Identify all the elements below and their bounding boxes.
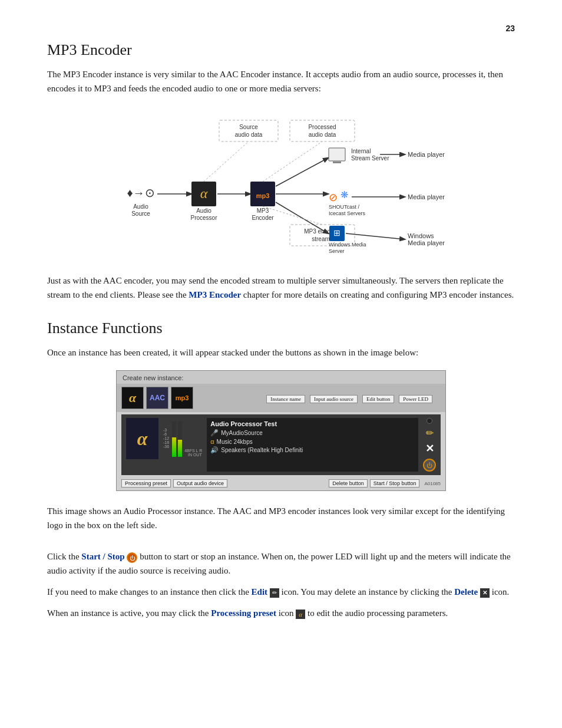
- edit-link[interactable]: Edit: [252, 587, 268, 597]
- svg-text:Audio: Audio: [133, 203, 148, 210]
- svg-text:Stream Server: Stream Server: [351, 155, 389, 162]
- create-new-instance-bar: Create new instance:: [117, 371, 445, 384]
- instance-power-button[interactable]: ⏻: [423, 459, 436, 472]
- svg-text:Internal: Internal: [351, 148, 371, 154]
- aac-icon-box: AAC: [146, 387, 168, 409]
- mp3-encoder-heading: MP3 Encoder: [47, 41, 515, 59]
- instance-actions-right: ✏ ✕ ⏻: [423, 418, 436, 472]
- delete-icon-inline: ✕: [480, 588, 490, 598]
- svg-line-44: [204, 141, 249, 182]
- instance-icons-row: α AAC mp3 Instance name Input audio sour…: [117, 384, 445, 412]
- svg-text:Media player: Media player: [408, 193, 445, 200]
- mp3-encoder-intro: The MP3 Encoder instance is very similar…: [47, 67, 515, 95]
- svg-line-24: [276, 202, 328, 233]
- audio-source-row: 🎤 MyAudioSource: [210, 429, 415, 437]
- instance-alpha-logo: α: [126, 418, 158, 459]
- svg-text:audio data: audio data: [309, 131, 336, 138]
- input-audio-source-label: Input audio source: [310, 395, 358, 403]
- svg-rect-26: [333, 162, 341, 163]
- svg-text:SHOUTcast /: SHOUTcast /: [329, 204, 360, 210]
- svg-text:❋: ❋: [340, 190, 348, 200]
- instance-functions-heading: Instance Functions: [47, 319, 515, 337]
- page-container: 23 MP3 Encoder The MP3 Encoder instance …: [0, 0, 562, 663]
- svg-rect-25: [329, 148, 345, 161]
- instance-name-label: Instance name: [266, 395, 305, 403]
- output-audio-device-label: Output audio device: [173, 479, 227, 487]
- alpha-icon-box: α: [121, 387, 144, 409]
- speakers-icon: 🔊: [210, 446, 219, 454]
- svg-text:♦→⊙: ♦→⊙: [127, 186, 154, 199]
- speakers-row: 🔊 Speakers (Realtek High Definiti: [210, 446, 415, 454]
- create-label: Create new instance:: [123, 374, 183, 381]
- svg-text:Media player: Media player: [408, 151, 445, 158]
- mp3-icon-box: mp3: [171, 387, 193, 409]
- svg-text:Source: Source: [239, 124, 258, 130]
- edit-button-label: Edit button: [362, 395, 394, 403]
- svg-text:Source: Source: [131, 210, 150, 217]
- mp3-encoder-link[interactable]: MP3 Encoder: [189, 290, 241, 299]
- screenshot-watermark: A01085: [424, 481, 441, 486]
- svg-text:Icecast Servers: Icecast Servers: [329, 210, 366, 216]
- start-stop-link[interactable]: Start / Stop: [81, 552, 124, 561]
- instance-start-stop-p: Click the Start / Stop ⏻ button to start…: [47, 549, 515, 578]
- power-led-indicator: [427, 418, 432, 424]
- audio-source-icon: 🎤: [210, 429, 219, 437]
- power-led-label: Power LED: [399, 395, 432, 403]
- instance-name-display: Audio Processor Test: [210, 420, 415, 427]
- instance-bottom-labels: Processing preset Output audio device De…: [117, 477, 445, 490]
- instance-delete-icon[interactable]: ✕: [425, 442, 434, 455]
- instance-main-box: α -3-6-12-18-36 4BFS L R IN OUT: [121, 414, 441, 475]
- mp3-encoder-diagram: Source audio data Processed audio data M…: [47, 110, 515, 257]
- start-stop-button-label: Start / Stop button: [370, 479, 420, 487]
- mp3-encoder-followup: Just as with the AAC encoder, you may se…: [47, 274, 515, 302]
- instance-info-panel: Audio Processor Test 🎤 MyAudioSource α M…: [207, 418, 418, 472]
- start-stop-icon-inline: ⏻: [127, 552, 137, 563]
- svg-text:Processor: Processor: [190, 215, 217, 221]
- instance-edit-p: If you need to make changes to an instan…: [47, 585, 515, 599]
- processing-preset-link[interactable]: Processing preset: [211, 608, 276, 618]
- instance-description-p1: This image shows an Audio Processor inst…: [47, 504, 515, 532]
- svg-text:audio data: audio data: [235, 131, 263, 138]
- edit-icon-inline: ✏: [270, 588, 279, 598]
- instance-processing-p: When an instance is active, you may clic…: [47, 606, 515, 620]
- svg-text:⊞: ⊞: [333, 228, 340, 238]
- svg-text:Server: Server: [329, 248, 345, 254]
- instance-screenshot: Create new instance: α AAC mp3 Instance …: [116, 370, 446, 491]
- svg-text:Processed: Processed: [308, 124, 336, 130]
- svg-line-22: [276, 158, 328, 186]
- svg-text:mp3: mp3: [256, 192, 270, 199]
- processing-preset-icon-inline: α: [296, 610, 305, 619]
- music-row: α Music 24kbps: [210, 438, 415, 445]
- page-number: 23: [505, 24, 515, 33]
- processing-preset-label: Processing preset: [121, 479, 171, 487]
- instance-functions-intro: Once an instance has been created, it wi…: [47, 345, 515, 360]
- svg-text:⊘: ⊘: [329, 192, 338, 203]
- instance-description: This image shows an Audio Processor inst…: [47, 504, 515, 620]
- svg-text:Windows Media: Windows Media: [329, 242, 366, 248]
- instance-edit-icon[interactable]: ✏: [426, 427, 434, 439]
- svg-text:Audio: Audio: [196, 207, 211, 214]
- svg-text:Windows: Windows: [408, 232, 434, 239]
- instance-meters: -3-6-12-18-36 4BFS L R IN OUT: [163, 418, 202, 458]
- delete-button-label: Delete button: [329, 479, 368, 487]
- svg-text:MP3: MP3: [257, 207, 269, 214]
- svg-line-45: [263, 141, 322, 182]
- svg-text:Media player: Media player: [408, 239, 445, 246]
- svg-text:α: α: [200, 186, 208, 201]
- svg-text:Encoder: Encoder: [252, 215, 274, 221]
- delete-link[interactable]: Delete: [454, 587, 478, 597]
- diagram-svg: Source audio data Processed audio data M…: [104, 110, 458, 257]
- music-icon: α: [210, 438, 214, 445]
